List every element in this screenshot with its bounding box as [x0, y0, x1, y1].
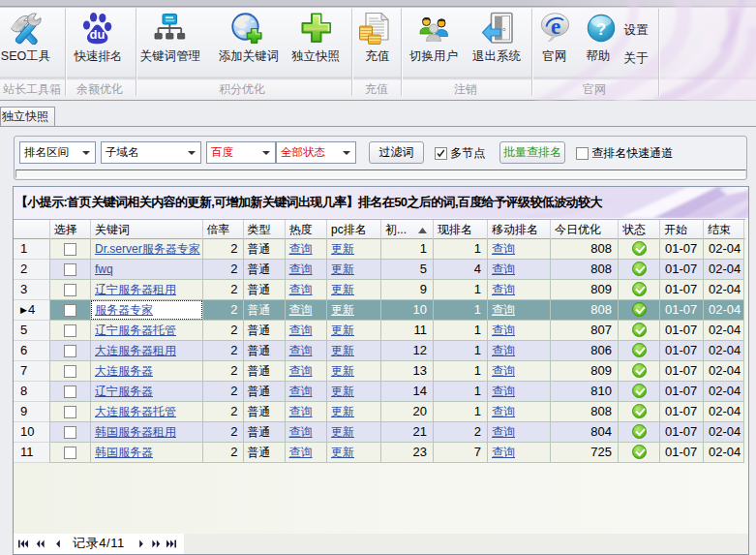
svg-text:?: ?: [596, 20, 606, 39]
svg-text:du: du: [90, 27, 106, 42]
